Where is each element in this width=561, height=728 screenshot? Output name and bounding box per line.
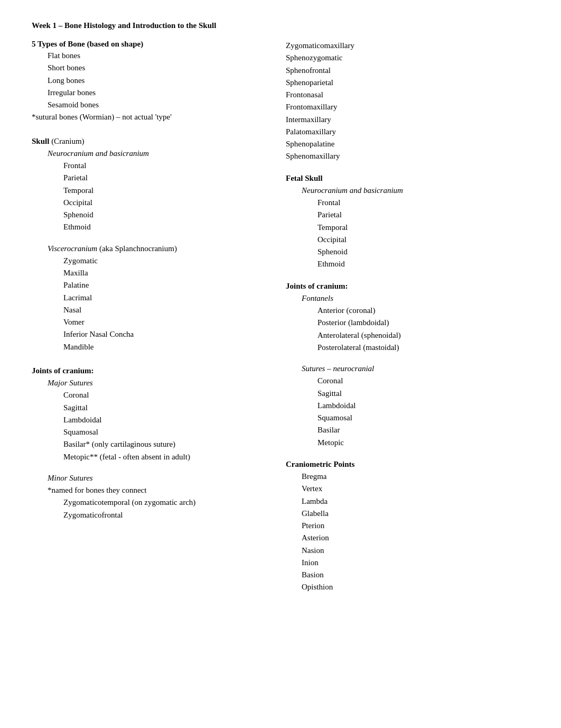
fontanels-heading: Fontanels — [302, 292, 529, 305]
section-skull: Skull (Cranium) Neurocranium and basicra… — [32, 135, 270, 353]
right-column: Zygomaticomaxillary Sphenozygomatic Sphe… — [280, 40, 529, 603]
minor-sutures-heading: Minor Sutures — [48, 472, 270, 484]
visc-nasal: Nasal — [63, 304, 270, 316]
fetal-frontal: Frontal — [317, 197, 529, 209]
fetal-neurocranium-heading: Neurocranium and basicranium — [302, 185, 529, 197]
fontanel-anterior: Anterior (coronal) — [317, 305, 529, 317]
fontanel-posterior: Posterior (lambdoidal) — [317, 317, 529, 329]
skull-sphenoid: Sphenoid — [63, 209, 270, 221]
page-title: Week 1 – Bone Histology and Introduction… — [32, 21, 529, 30]
cran-vertex: Vertex — [302, 483, 529, 495]
joints-left-heading: Joints of cranium: — [32, 365, 270, 377]
visc-zygomatic: Zygomatic — [63, 255, 270, 267]
sutures-neurocranial-heading: Sutures – neurocranial — [302, 363, 529, 375]
sut-sagittal: Sagittal — [317, 388, 529, 400]
sesamoid-bones: Sesamoid bones — [48, 99, 270, 111]
right-intermaxillary: Intermaxillary — [286, 114, 529, 126]
minor-note: *named for bones they connect — [48, 484, 270, 496]
visc-maxilla: Maxilla — [63, 267, 270, 279]
min-zygomaticofrontal: Zygomaticofrontal — [63, 509, 270, 521]
right-sphenofrontal: Sphenofrontal — [286, 64, 529, 77]
visc-palatine: Palatine — [63, 279, 270, 291]
viscerocranium-paren: (aka Splanchnocranium) — [97, 244, 177, 253]
skull-frontal: Frontal — [63, 160, 270, 172]
fontanel-anterolateral: Anterolateral (sphenoidal) — [317, 329, 529, 342]
visc-inferior-nasal-concha: Inferior Nasal Concha — [63, 328, 270, 340]
flat-bones: Flat bones — [48, 50, 270, 62]
long-bones: Long bones — [48, 75, 270, 87]
maj-sagittal: Sagittal — [63, 402, 270, 414]
fetal-sphenoid: Sphenoid — [317, 246, 529, 258]
cran-pterion: Pterion — [302, 520, 529, 532]
sut-basilar: Basilar — [317, 424, 529, 436]
maj-basilar: Basilar* (only cartilaginous suture) — [63, 438, 270, 450]
cran-glabella: Glabella — [302, 508, 529, 520]
skull-temporal: Temporal — [63, 185, 270, 197]
fontanel-posterolateral: Posterolateral (mastoidal) — [317, 342, 529, 354]
right-frontomaxillary: Frontomaxillary — [286, 101, 529, 113]
bone-types-heading: 5 Types of Bone (based on shape) — [32, 40, 270, 49]
cran-bregma: Bregma — [302, 471, 529, 483]
viscerocranium-label: Viscerocranium — [48, 244, 97, 253]
major-sutures-heading: Major Sutures — [48, 377, 270, 389]
section-fetal-skull: Fetal Skull Neurocranium and basicranium… — [286, 172, 529, 271]
fetal-skull-heading: Fetal Skull — [286, 172, 529, 185]
minor-sutures-right-top: Zygomaticomaxillary Sphenozygomatic Sphe… — [286, 40, 529, 163]
right-sphenomaxillary: Sphenomaxillary — [286, 150, 529, 162]
cran-asterion: Asterion — [302, 532, 529, 544]
joints-right-heading: Joints of cranium: — [286, 280, 529, 292]
short-bones: Short bones — [48, 62, 270, 74]
section-craniometric: Craniometric Points Bregma Vertex Lambda… — [286, 458, 529, 594]
viscerocranium-heading: Viscerocranium (aka Splanchnocranium) — [48, 243, 270, 255]
maj-lambdoidal: Lambdoidal — [63, 414, 270, 426]
cran-opisthion: Opisthion — [302, 581, 529, 593]
right-zygomaticomaxillary: Zygomaticomaxillary — [286, 40, 529, 52]
fetal-ethmoid: Ethmoid — [317, 258, 529, 270]
right-sphenoparietal: Sphenoparietal — [286, 77, 529, 89]
skull-occipital: Occipital — [63, 197, 270, 209]
maj-metopic: Metopic** (fetal - often absent in adult… — [63, 451, 270, 463]
fetal-parietal: Parietal — [317, 209, 529, 221]
fetal-occipital: Occipital — [317, 234, 529, 246]
section-joints-left: Joints of cranium: Major Sutures Coronal… — [32, 365, 270, 521]
maj-coronal: Coronal — [63, 389, 270, 401]
neurocranium-heading: Neurocranium and basicranium — [48, 148, 270, 160]
visc-mandible: Mandible — [63, 341, 270, 353]
sut-metopic: Metopic — [317, 437, 529, 449]
skull-heading-bold: Skull — [32, 137, 49, 145]
right-sphenopalatine: Sphenopalatine — [286, 138, 529, 150]
sut-squamosal: Squamosal — [317, 412, 529, 424]
cran-nasion: Nasion — [302, 545, 529, 557]
visc-lacrimal: Lacrimal — [63, 292, 270, 304]
skull-heading: Skull (Cranium) — [32, 135, 270, 148]
section-bone-types: 5 Types of Bone (based on shape) Flat bo… — [32, 40, 270, 124]
right-frontonasal: Frontonasal — [286, 89, 529, 101]
right-palatomaxillary: Palatomaxillary — [286, 126, 529, 138]
cran-inion: Inion — [302, 557, 529, 569]
cran-lambda: Lambda — [302, 495, 529, 508]
min-zygomaticotemporal: Zygomaticotemporal (on zygomatic arch) — [63, 496, 270, 509]
craniometric-heading: Craniometric Points — [286, 458, 529, 471]
right-sphenozygomatic: Sphenozygomatic — [286, 52, 529, 64]
fetal-temporal: Temporal — [317, 222, 529, 234]
visc-vomer: Vomer — [63, 316, 270, 328]
skull-ethmoid: Ethmoid — [63, 221, 270, 233]
sutural-bones: *sutural bones (Wormian) – not actual 't… — [32, 111, 270, 123]
sut-coronal: Coronal — [317, 375, 529, 387]
maj-squamosal: Squamosal — [63, 426, 270, 438]
left-column: 5 Types of Bone (based on shape) Flat bo… — [32, 40, 280, 603]
skull-heading-paren: (Cranium) — [49, 137, 84, 145]
skull-parietal: Parietal — [63, 172, 270, 184]
section-joints-right: Joints of cranium: Fontanels Anterior (c… — [286, 280, 529, 449]
sut-lambdoidal: Lambdoidal — [317, 400, 529, 412]
irregular-bones: Irregular bones — [48, 87, 270, 99]
cran-basion: Basion — [302, 569, 529, 581]
